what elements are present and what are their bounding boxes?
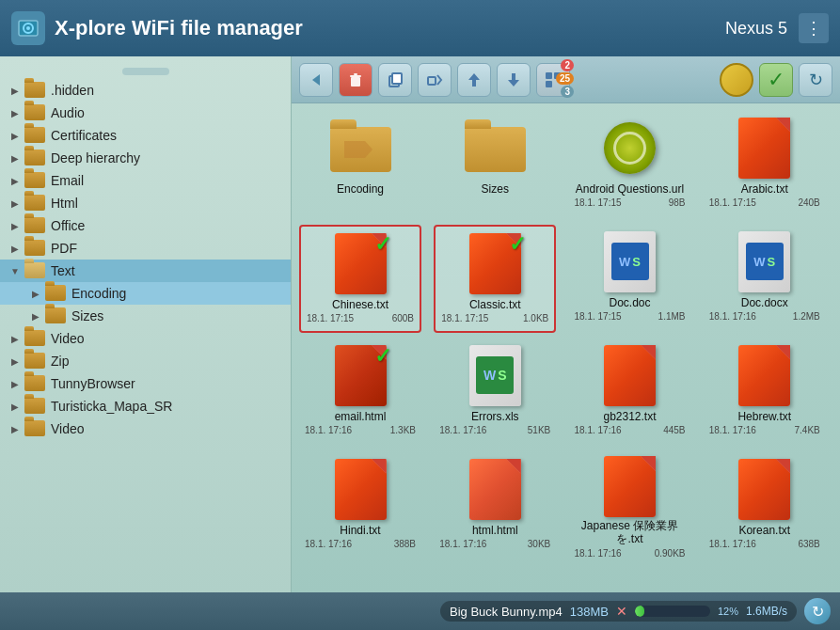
circle-button[interactable] — [720, 63, 753, 97]
sidebar-item-video2[interactable]: ▶ Video — [0, 417, 291, 440]
sidebar-item-office[interactable]: ▶ Office — [0, 214, 291, 237]
file-item-hebrew[interactable]: Hebrew.txt 18.1. 17:16 7.4KB — [704, 339, 826, 447]
file-item-korean[interactable]: Korean.txt 18.1. 17:16 638B — [704, 452, 826, 560]
upload-button[interactable] — [457, 63, 491, 97]
bottom-refresh-button[interactable]: ↻ — [804, 598, 831, 624]
sidebar-item-turisticka[interactable]: ▶ Turisticka_Mapa_SR — [0, 395, 291, 417]
svg-marker-3 — [312, 74, 320, 86]
file-item-xls[interactable]: W S Errors.xls 18.1. 17:16 51KB — [434, 339, 556, 447]
file-item-doc[interactable]: W S Doc.doc 18.1. 17:15 1.1MB — [569, 225, 691, 333]
file-item-chinese[interactable]: ✓ Chinese.txt 18.1. 17:15 600B — [299, 225, 421, 333]
txt-icon-wrap — [597, 456, 663, 517]
sidebar-item-tunnybrowser[interactable]: ▶ TunnyBrowser — [0, 372, 291, 395]
menu-button[interactable]: ⋮ — [799, 13, 829, 43]
folder-icon-certificates — [24, 127, 45, 144]
file-item-classic[interactable]: ✓ Classic.txt 18.1. 17:15 1.0KB — [434, 225, 556, 333]
file-size: 98B — [669, 197, 686, 208]
file-name-sizes: Sizes — [482, 182, 509, 196]
file-name-doc: Doc.doc — [609, 296, 650, 309]
app-icon — [11, 11, 45, 45]
folder-icon-video2 — [24, 420, 45, 437]
badge-count2: 25 — [556, 72, 574, 85]
file-size: 1.0KB — [523, 313, 548, 323]
file-name-korean: Korean.txt — [738, 524, 790, 537]
file-size: 1.2MB — [793, 311, 820, 322]
file-item-sizes[interactable]: Sizes — [434, 111, 556, 219]
xls-letters: W S — [483, 368, 507, 383]
file-item-arabic[interactable]: Arabic.txt 18.1. 17:15 240B — [704, 111, 826, 219]
selection-badge[interactable]: 2 25 3 — [536, 63, 570, 97]
sidebar-item-encoding[interactable]: ▶ Encoding — [0, 282, 291, 305]
sidebar-item-pdf[interactable]: ▶ PDF — [0, 237, 291, 260]
sidebar-label-turisticka: Turisticka_Mapa_SR — [51, 399, 172, 414]
txt-icon-wrap — [462, 456, 528, 522]
file-date: 18.1. 17:15 — [575, 197, 622, 208]
folder-icon-wrap — [462, 115, 528, 181]
file-item-hindi[interactable]: Hindi.txt 18.1. 17:16 388B — [299, 452, 421, 560]
file-date: 18.1. 17:16 — [575, 548, 622, 559]
file-item-url[interactable]: Android Questions.url 18.1. 17:15 98B — [569, 111, 691, 219]
file-date: 18.1. 17:16 — [709, 311, 756, 322]
move-button[interactable] — [418, 63, 452, 97]
file-item-email-html[interactable]: ✓ email.html 18.1. 17:16 1.3KB — [299, 339, 421, 447]
folder-icon-tummy — [24, 375, 45, 392]
sidebar-label-html: Html — [51, 196, 78, 211]
refresh-button[interactable]: ↻ — [799, 63, 832, 97]
xls-s: S — [498, 368, 506, 383]
file-size: 638B — [798, 539, 819, 549]
folder-icon-video — [24, 330, 45, 347]
file-size: 7.4KB — [795, 425, 820, 435]
docx-icon: W S — [738, 231, 790, 292]
back-button[interactable] — [299, 63, 333, 97]
sidebar-item-text[interactable]: ▼ Text — [0, 260, 291, 282]
url-icon — [604, 122, 656, 174]
expand-arrow: ▶ — [8, 173, 23, 188]
file-item-encoding[interactable]: Encoding — [299, 111, 421, 219]
sidebar-item-audio[interactable]: ▶ Audio — [0, 102, 291, 124]
sidebar-item-sizes[interactable]: ▶ Sizes — [0, 305, 291, 327]
txt-icon-arabic — [738, 118, 790, 179]
txt-icon-wrap: ✓ — [327, 230, 393, 296]
file-size: 388B — [394, 539, 416, 549]
sidebar-item-certificates[interactable]: ▶ Certificates — [0, 124, 291, 147]
file-item-japanese[interactable]: Japanese 保険業界を.txt 18.1. 17:16 0.90KB — [569, 452, 691, 560]
left-panel: ▶ .hidden ▶ Audio ▶ Certificates ▶ Deep … — [0, 56, 292, 592]
docx-ws: W S — [753, 255, 775, 269]
file-meta-hindi: 18.1. 17:16 388B — [303, 539, 418, 549]
file-size: 1.3KB — [390, 425, 416, 435]
file-date: 18.1. 17:15 — [441, 313, 488, 323]
download-button[interactable] — [497, 63, 531, 97]
sidebar-item-email[interactable]: ▶ Email — [0, 169, 291, 192]
file-item-docx[interactable]: W S Doc.docx 18.1. 17:16 1.2MB — [704, 225, 826, 333]
txt-icon-wrap: ✓ — [327, 342, 393, 408]
file-size: 445B — [663, 425, 685, 435]
file-name-encoding: Encoding — [337, 182, 384, 196]
close-download-button[interactable]: ✕ — [616, 604, 627, 619]
sidebar-item-video[interactable]: ▶ Video — [0, 327, 291, 350]
file-size: 240B — [798, 197, 819, 208]
title-right: Nexus 5 ⋮ — [725, 13, 829, 43]
file-date: 18.1. 17:16 — [305, 539, 352, 549]
title-bar: X-plore WiFi file manager Nexus 5 ⋮ — [0, 0, 840, 56]
txt-icon-hebrew — [738, 345, 790, 406]
sidebar-label-sizes: Sizes — [71, 308, 103, 323]
sidebar-item-deep-hierarchy[interactable]: ▶ Deep hierarchy — [0, 147, 291, 169]
file-item-htmlhtml[interactable]: html.html 18.1. 17:16 30KB — [434, 452, 556, 560]
sidebar-item-hidden[interactable]: ▶ .hidden — [0, 79, 291, 102]
sidebar-item-html[interactable]: ▶ Html — [0, 192, 291, 214]
sidebar-label-certificates: Certificates — [51, 128, 117, 143]
folder-icon-wrap — [327, 115, 393, 181]
sidebar-item-zip[interactable]: ▶ Zip — [0, 350, 291, 372]
file-name-arabic: Arabic.txt — [741, 182, 788, 196]
delete-button[interactable] — [339, 63, 372, 97]
expand-arrow: ▶ — [8, 105, 23, 120]
copy-button[interactable] — [378, 63, 412, 97]
file-item-gb2312[interactable]: gb2312.txt 18.1. 17:16 445B — [569, 339, 691, 447]
folder-icon-html — [24, 195, 45, 212]
check-button[interactable]: ✓ — [759, 63, 793, 97]
file-name-classic: Classic.txt — [469, 298, 521, 311]
sidebar-label-zip: Zip — [51, 354, 69, 369]
txt-icon-html — [469, 459, 521, 520]
txt-icon-wrap: ✓ — [462, 230, 528, 296]
svg-point-2 — [26, 26, 30, 30]
